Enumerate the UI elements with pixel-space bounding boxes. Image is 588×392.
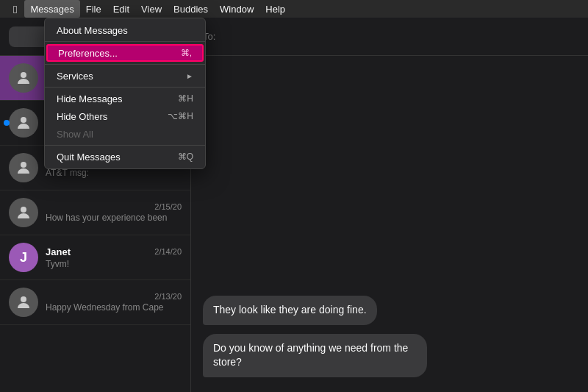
message-bubble: They look like they are doing fine. [203, 296, 377, 325]
quit-messages-label: Quit Messages [57, 152, 121, 163]
svg-point-4 [21, 207, 26, 213]
apple-menu[interactable]:  [6, 0, 24, 18]
conv-time: 2/15/20 [154, 202, 182, 211]
conv-preview: AT&T msg: [46, 168, 182, 178]
menu-separator [45, 41, 205, 42]
menu-separator [45, 145, 205, 146]
svg-point-5 [21, 296, 26, 302]
preferences-shortcut: ⌘, [181, 48, 192, 58]
menu-separator [45, 64, 205, 65]
conv-preview: Tyvm! [46, 259, 182, 269]
quit-messages-menuitem[interactable]: Quit Messages ⌘Q [45, 148, 205, 165]
hide-messages-menuitem[interactable]: Hide Messages ⌘H [45, 90, 205, 107]
hide-messages-shortcut: ⌘H [178, 93, 193, 104]
message-bubble: Do you know of anything we need from the… [203, 334, 427, 377]
preferences-menuitem[interactable]: Preferences... ⌘, [46, 44, 204, 62]
hide-others-shortcut: ⌥⌘H [168, 111, 193, 121]
services-label: Services [57, 71, 93, 82]
avatar [9, 288, 38, 317]
quit-messages-shortcut: ⌘Q [178, 152, 193, 162]
file-menu[interactable]: File [80, 0, 107, 18]
about-messages-menuitem[interactable]: About Messages [45, 21, 205, 39]
conv-preview: Happy Wednesday from Cape [46, 302, 182, 313]
conversation-content: Janet 2/14/20 Tyvm! [46, 246, 182, 269]
buddies-menu[interactable]: Buddies [168, 0, 214, 18]
hide-messages-label: Hide Messages [57, 93, 123, 104]
svg-point-3 [21, 162, 26, 168]
menu-bar:  Messages File Edit View Buddies Window… [0, 0, 588, 18]
chat-header: To: [191, 18, 588, 56]
hide-others-label: Hide Others [57, 111, 107, 122]
conv-name: Janet [46, 246, 71, 257]
about-messages-label: About Messages [57, 25, 128, 36]
avatar [9, 63, 38, 93]
show-all-label: Show All [57, 129, 93, 140]
submenu-arrow-icon: ► [186, 72, 193, 80]
messages-menu[interactable]: Messages [24, 0, 79, 18]
edit-menu[interactable]: Edit [107, 0, 135, 18]
chat-messages: They look like they are doing fine. Do y… [191, 56, 588, 392]
conversation-item[interactable]: 2/13/20 Happy Wednesday from Cape [0, 280, 190, 325]
conv-time: 2/13/20 [154, 292, 182, 301]
conv-time: 2/14/20 [154, 247, 182, 256]
conversation-item[interactable]: J Janet 2/14/20 Tyvm! [0, 235, 190, 280]
avatar: J [9, 243, 38, 272]
conversation-content: 2/15/20 How has your experience been [46, 202, 182, 223]
chat-area: To: They look like they are doing fine. … [191, 18, 588, 392]
unread-indicator [4, 120, 10, 126]
view-menu[interactable]: View [135, 0, 168, 18]
avatar [9, 108, 38, 138]
avatar [9, 153, 38, 182]
window-menu[interactable]: Window [214, 0, 259, 18]
preferences-label: Preferences... [58, 48, 118, 59]
help-menu[interactable]: Help [259, 0, 291, 18]
svg-point-1 [21, 72, 26, 78]
svg-point-2 [21, 117, 26, 123]
menu-separator [45, 87, 205, 88]
avatar [9, 198, 38, 227]
services-menuitem[interactable]: Services ► [45, 67, 205, 85]
show-all-menuitem[interactable]: Show All [45, 125, 205, 143]
hide-others-menuitem[interactable]: Hide Others ⌥⌘H [45, 107, 205, 125]
messages-dropdown-menu: About Messages Preferences... ⌘, Service… [44, 18, 206, 169]
conv-preview: How has your experience been [46, 213, 182, 223]
conversation-item[interactable]: 2/15/20 How has your experience been [0, 190, 190, 235]
conversation-content: 2/13/20 Happy Wednesday from Cape [46, 292, 182, 313]
